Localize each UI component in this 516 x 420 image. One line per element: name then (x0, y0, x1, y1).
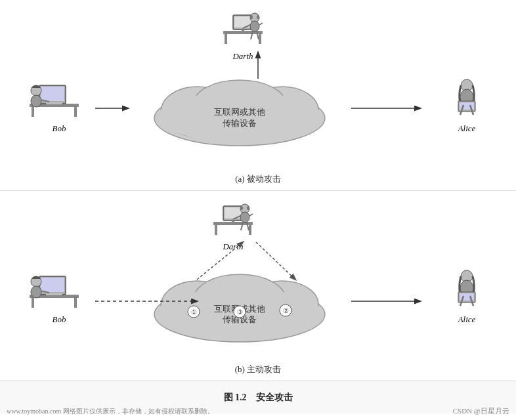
svg-line-86 (256, 242, 295, 280)
watermark-right: CSDN @日星月云 (453, 406, 509, 416)
watermark-left: www.toymoban.com 网络图片仅供展示，非存储，如有侵权请联系删除。 (7, 407, 214, 416)
arrows-bottom (0, 191, 516, 381)
arrows-top (0, 0, 516, 190)
diagram-bottom: Darth Bob (0, 190, 516, 381)
subcaption-top: (a) 被动攻击 (0, 173, 516, 185)
figure-caption: 图 1.2 安全攻击 www.toymoban.com 网络图片仅供展示，非存储… (0, 381, 516, 413)
subcaption-bottom: (b) 主动攻击 (0, 364, 516, 375)
page-container: Darth Bob (0, 0, 516, 420)
svg-line-85 (197, 242, 243, 280)
figure-title: 图 1.2 安全攻击 (224, 392, 293, 404)
diagram-top: Darth Bob (0, 0, 516, 190)
